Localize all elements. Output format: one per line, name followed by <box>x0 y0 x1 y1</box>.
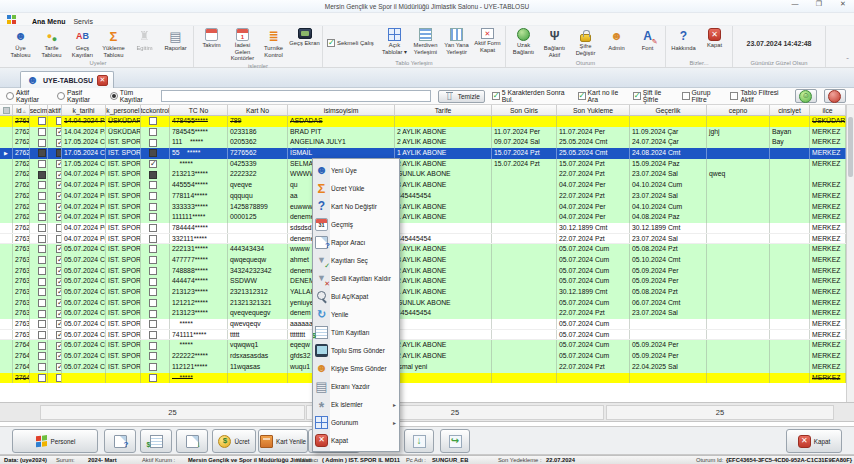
column-header-cepno[interactable]: cepno <box>707 105 770 116</box>
table-row[interactable]: 276204.07.2024 PeIST. SPOR İ778114*****q… <box>0 191 854 202</box>
cell-checkbox[interactable] <box>149 160 157 168</box>
table-row[interactable]: 276305.07.2024 CuIST. SPOR İ477777*****q… <box>0 255 854 266</box>
column-header-tc-no[interactable]: TC No <box>170 105 228 116</box>
toolbar-button-cret[interactable]: Ücret <box>212 429 256 453</box>
cell-checkbox[interactable] <box>149 310 157 318</box>
column-header-tcckontrol[interactable]: tcckontrol <box>141 105 170 116</box>
cell-checkbox[interactable] <box>38 245 46 253</box>
cell-checkbox[interactable] <box>38 256 46 264</box>
filter-checkbox-gurup-filtre[interactable]: Gurup Filtre <box>682 89 724 103</box>
cell-checkbox[interactable] <box>149 224 157 232</box>
ribbon-button-raporlar[interactable]: Raporlar <box>160 27 191 52</box>
ribbon-button-hakk-nda[interactable]: Hakkında <box>668 27 699 52</box>
table-row[interactable]: 276204.07.2024 PeIST. SPOR İ784444*****s… <box>0 223 854 234</box>
ribbon-button-ge-kay-tlar[interactable]: Geçş Kayıtları <box>67 27 98 58</box>
cell-checkbox[interactable] <box>38 149 46 157</box>
cell-checkbox[interactable] <box>149 352 157 360</box>
context-menu-item-yenile[interactable]: Yenile <box>313 305 399 323</box>
cell-checkbox[interactable] <box>38 310 46 318</box>
table-row[interactable]: 276204.07.2024 PeIST. SPOR İ445554*****q… <box>0 180 854 191</box>
cell-checkbox[interactable] <box>38 117 46 125</box>
cell-checkbox[interactable] <box>149 342 157 350</box>
column-header-isimsoyisim[interactable]: isimsoyisim <box>288 105 395 116</box>
table-row[interactable]: 276304.07.2024 PeIST. SPOR İ332111*****d… <box>0 234 854 245</box>
close-window-button[interactable]: ✕ <box>836 0 850 8</box>
cell-checkbox[interactable] <box>38 235 46 243</box>
ribbon-button-i-adesi-gelen-kont-rler[interactable]: İadesi Gelen Kontörler <box>227 27 258 62</box>
table-row[interactable]: 276217.05.2024 CIST. SPOR55 *****7276562… <box>0 148 854 159</box>
vertical-scrollbar[interactable] <box>846 105 854 402</box>
tab-close-icon[interactable] <box>97 75 108 86</box>
toolbar-button-list-money[interactable] <box>140 429 172 453</box>
table-row[interactable]: 276305.07.2024 CuIST. SPOR İ748888*****3… <box>0 266 854 277</box>
cell-checkbox[interactable] <box>149 320 157 328</box>
cell-checkbox[interactable] <box>38 213 46 221</box>
cell-checkbox[interactable] <box>38 331 46 339</box>
ribbon-button-a-k-tablolar[interactable]: Açık Tablolar ▾ <box>379 27 410 55</box>
toolbar-button-personel[interactable]: Personel <box>12 429 98 453</box>
cell-checkbox[interactable] <box>149 203 157 211</box>
cell-checkbox[interactable] <box>38 160 46 168</box>
radio-pasif-kay-tlar[interactable]: Pasif Kayıtlar <box>57 89 103 103</box>
cell-checkbox[interactable] <box>38 128 46 136</box>
toolbar-button-document-question[interactable] <box>104 429 136 453</box>
context-menu-item-bul-a-kapat[interactable]: Bul Aç/Kapat <box>313 287 399 305</box>
ribbon-button-merdiven-yerle-imi[interactable]: Merdiven Yerleşimi <box>410 27 441 55</box>
table-row[interactable]: 276305.07.2024 CuIST. SPOR İ121212*****2… <box>0 298 854 309</box>
column-header-tarife[interactable]: Tarife <box>395 105 492 116</box>
cell-checkbox[interactable] <box>38 374 46 382</box>
cell-checkbox[interactable] <box>38 352 46 360</box>
cell-checkbox[interactable] <box>149 299 157 307</box>
cell-checkbox[interactable] <box>149 117 157 125</box>
cell-checkbox[interactable] <box>38 181 46 189</box>
toolbar-button-arrow-down[interactable] <box>404 429 434 453</box>
toolbar-button-kart-yenile[interactable]: Kart Yenile <box>258 429 308 453</box>
table-row[interactable]: 276114.04.2024 PaÜSKÜDAR İl478455*****78… <box>0 116 854 127</box>
happy-status-button[interactable] <box>795 89 817 103</box>
table-row[interactable]: 276305.07.2024 CuIST. SPOR İ *****qwevqe… <box>0 319 854 330</box>
table-row[interactable]: 276305.07.2024 CuIST. SPOR İ222131*****4… <box>0 244 854 255</box>
cell-checkbox[interactable] <box>38 267 46 275</box>
radio-aktif-kay-tlar[interactable]: Aktif Kayıtlar <box>6 89 50 103</box>
cell-checkbox[interactable] <box>149 331 157 339</box>
context-menu-item-t-m-kay-tlar[interactable]: Tüm Kayıtları <box>313 323 399 341</box>
context-menu-item-ge-mi[interactable]: Geçmiş <box>313 215 399 233</box>
cell-checkbox[interactable] <box>149 128 157 136</box>
column-header-ge-erlik[interactable]: Geçerlik <box>630 105 707 116</box>
scrollbar-thumb[interactable] <box>848 117 853 177</box>
cell-checkbox[interactable] <box>38 139 46 147</box>
clear-filter-button[interactable]: Temizle <box>438 90 485 103</box>
menu-tab-ana-menu[interactable]: Ana Menu <box>28 17 69 26</box>
table-row[interactable]: 2764 *****MERKEZ <box>0 373 854 384</box>
cell-checkbox[interactable] <box>38 278 46 286</box>
filter-checkbox-5-karakterden-sonra-bul[interactable]: 5 Karakterden Sonra Bul. <box>492 89 571 103</box>
cell-checkbox[interactable] <box>149 139 157 147</box>
column-header-k-tarihi[interactable]: k_tarihi <box>62 105 106 116</box>
ribbon-button-tarife-tablosu[interactable]: Tarife Tablosu <box>36 27 67 58</box>
cell-checkbox[interactable] <box>149 171 157 179</box>
ribbon-toggle-sekmeli-al[interactable]: Sekmeli Çalış <box>325 39 379 47</box>
cell-checkbox[interactable] <box>38 224 46 232</box>
cell-checkbox[interactable] <box>149 267 157 275</box>
column-header-ilce[interactable]: ilce <box>810 105 846 116</box>
context-menu-item-kapat[interactable]: Kapat <box>313 431 399 449</box>
cell-checkbox[interactable] <box>38 363 46 371</box>
context-menu-item-gorunum[interactable]: Gorunum <box>313 413 399 431</box>
context-menu-item-kay-tlar-se[interactable]: Kayıtları Seç <box>313 251 399 269</box>
column-header-aktif[interactable]: aktif <box>48 105 62 116</box>
minimize-button[interactable]: — <box>788 0 802 8</box>
table-row[interactable]: 276405.07.2024 CuIST. SPOR İ222222*****r… <box>0 351 854 362</box>
filter-checkbox-tablo-filtresi-aktif[interactable]: Tablo Filtresi Aktif <box>730 89 787 103</box>
maximize-button[interactable]: ❐ <box>812 0 826 8</box>
cell-checkbox[interactable] <box>149 235 157 243</box>
ribbon-button-ifre-de-i-tir[interactable]: Şifre Değiştir <box>570 27 601 56</box>
ribbon-button-ba-lant-aktif[interactable]: Bağlantı Aktif <box>539 27 570 58</box>
cell-checkbox[interactable] <box>149 213 157 221</box>
cell-checkbox[interactable] <box>38 288 46 296</box>
context-menu-item-cret-y-kle[interactable]: Ücret Yükle <box>313 179 399 197</box>
table-row[interactable]: 276217.05.2024 CuIST. SPOR İ *****042533… <box>0 159 854 170</box>
ribbon-button-turnike-kontrol[interactable]: Turnike Kontrol <box>258 27 289 58</box>
table-row[interactable]: 276214.04.2024 PaÜSKÜDAR İl784545*****02… <box>0 127 854 138</box>
context-menu-item-kart-no-de-i-tir[interactable]: Kart No Değiştir <box>313 197 399 215</box>
context-menu-item-toplu-sms-g-nder[interactable]: Toplu Sms Gönder <box>313 341 399 359</box>
